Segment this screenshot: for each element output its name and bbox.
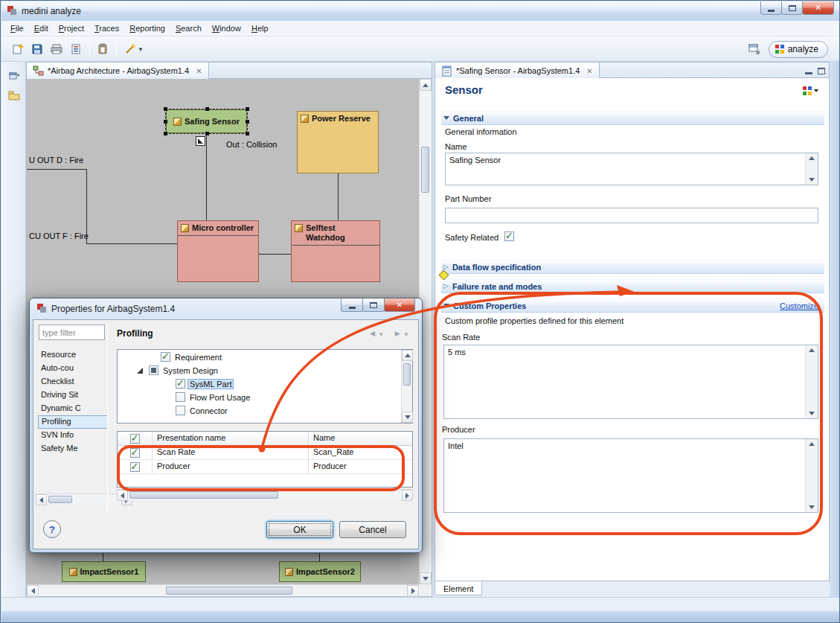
field-scrollbar[interactable] [805,153,818,185]
sysml-part-checkbox[interactable] [176,379,185,389]
scroll-left-button[interactable] [117,490,128,501]
vscroll-thumb[interactable] [421,147,429,193]
report-button[interactable] [67,40,85,58]
name-field[interactable]: Safing Sensor [445,153,818,185]
connector-line[interactable] [27,169,86,170]
block-impact-sensor2[interactable]: ImpactSensor2 [279,561,361,582]
selection-handle[interactable] [205,132,209,135]
column-name[interactable]: Name [309,432,412,445]
selection-handle[interactable] [164,120,167,124]
selection-handle[interactable] [164,107,167,111]
producer-field[interactable]: Intel [443,438,818,513]
connector-checkbox[interactable] [176,406,185,415]
connector-line[interactable] [206,133,207,220]
selection-handle[interactable] [246,107,249,111]
help-button[interactable]: ? [43,520,61,538]
producer-checkbox[interactable] [130,462,140,472]
restore-views-button[interactable] [5,66,22,83]
tab-element[interactable]: Element [435,581,482,595]
menu-project[interactable]: Project [54,22,89,35]
nav-item-dynamic[interactable]: Dynamic C [38,402,108,415]
port-label-out-collision[interactable]: Out : Collision [226,140,277,149]
project-explorer-button[interactable] [5,86,22,103]
block-micro-controller[interactable]: Micro controller [177,220,259,282]
block-safing-sensor[interactable]: Safing Sensor [166,109,247,133]
ok-button[interactable]: OK [266,521,333,538]
port-label-cu-out-f[interactable]: CU OUT F : Fire [29,231,89,240]
nav-item-resource[interactable]: Resource [38,348,108,362]
nav-item-svn-info[interactable]: SVN Info [38,429,108,442]
menu-file[interactable]: File [5,22,29,35]
filter-input[interactable] [39,325,105,340]
connector-line[interactable] [259,254,291,255]
table-hscrollbar[interactable] [117,489,413,500]
nav-item-safety-me[interactable]: Safety Me [38,442,108,456]
block-impact-sensor1[interactable]: ImpactSensor1 [62,561,146,582]
maximize-button[interactable] [781,1,803,15]
cancel-button[interactable]: Cancel [339,521,406,538]
table-row-producer[interactable]: Producer Producer [118,460,412,474]
perspective-analyze-button[interactable]: analyze [769,41,828,58]
scroll-down-button[interactable] [420,572,432,584]
connector-line[interactable] [319,552,320,561]
tree-item-connector[interactable]: Connector [187,406,230,416]
menu-window[interactable]: Window [207,22,246,35]
part-number-field[interactable] [445,208,818,223]
expander-icon[interactable] [137,368,143,374]
open-perspective-button[interactable] [746,40,763,58]
scroll-left-button[interactable] [36,494,47,505]
tab-safing-sensor[interactable]: *Safing Sensor - AirbagSystem1.4 ✕ [435,63,600,79]
output-port-icon[interactable] [196,136,205,146]
section-custom-properties[interactable]: Custom Properties Customize [441,298,824,313]
minimize-button[interactable] [760,1,782,15]
menu-reporting[interactable]: Reporting [124,22,170,35]
block-selftest-watchdog[interactable]: Selftest Watchdog [291,220,380,282]
scroll-up-button[interactable] [402,350,413,361]
tree-item-system-design[interactable]: System Design [161,365,220,376]
print-button[interactable] [48,40,65,58]
selection-handle[interactable] [246,120,249,124]
port-label-u-out-d[interactable]: U OUT D : Fire [29,156,83,164]
select-all-checkbox[interactable] [130,434,140,444]
nav-item-driving-sit[interactable]: Driving Sit [38,389,108,402]
selection-handle[interactable] [246,132,249,135]
section-general[interactable]: General [441,111,824,125]
scroll-left-button[interactable] [27,585,39,597]
view-menu-button[interactable] [803,86,818,95]
back-button[interactable]: ◄▼ [368,328,384,339]
hscroll-thumb[interactable] [166,587,292,595]
connector-line[interactable] [86,243,177,244]
scroll-up-button[interactable] [420,79,432,91]
menu-search[interactable]: Search [170,22,207,35]
menu-edit[interactable]: Edit [29,22,54,35]
maximize-view-icon[interactable] [818,68,825,74]
field-scrollbar[interactable] [805,345,818,418]
tree-item-sysml-part[interactable]: SysML Part [187,379,234,389]
block-power-reserve[interactable]: Power Reserve [297,111,379,173]
selection-handle[interactable] [164,132,167,135]
connector-line[interactable] [338,173,339,220]
menu-help[interactable]: Help [246,22,274,35]
column-presentation-name[interactable]: Presentation name [153,432,309,445]
selection-handle[interactable] [205,107,209,111]
section-data-flow[interactable]: ▷ Data flow specification [441,260,824,274]
tab-close-icon[interactable]: ✕ [196,67,202,75]
tree-vscrollbar[interactable] [401,350,412,423]
menu-traces[interactable]: Traces [89,22,124,35]
nav-item-checklist[interactable]: Checklist [38,375,108,389]
section-failure-rate[interactable]: ▷ Failure rate and modes [441,279,824,293]
hscroll-thumb[interactable] [48,496,72,503]
minimize-view-icon[interactable] [805,72,812,74]
hscroll-thumb[interactable] [129,491,278,499]
tab-airbag-architecture[interactable]: *Airbag Architecture - AirbagSystem1.4 ✕ [27,63,209,79]
scroll-right-button[interactable] [402,490,413,501]
save-button[interactable] [28,40,46,58]
table-row-scan-rate[interactable]: Scan Rate Scan_Rate [118,446,412,460]
tab-close-icon[interactable]: ✕ [586,67,592,75]
new-wizard-button[interactable] [9,40,27,58]
scan-rate-checkbox[interactable] [130,448,140,458]
close-button[interactable]: ✕ [802,1,834,15]
tree-item-requirement[interactable]: Requirement [173,352,224,362]
tree-item-flow-port-usage[interactable]: Flow Port Usage [187,392,252,403]
nav-item-auto-cou[interactable]: Auto-cou [38,362,108,375]
